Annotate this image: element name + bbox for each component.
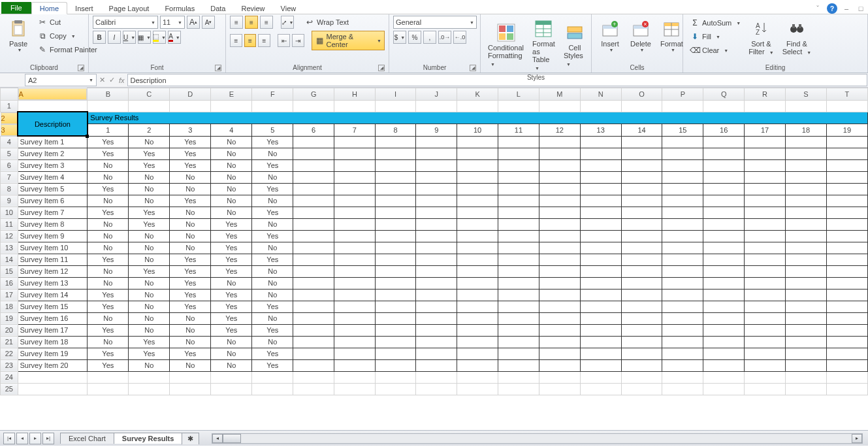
increase-decimal-button[interactable]: .0→ bbox=[438, 31, 451, 44]
cell-E20[interactable]: Yes bbox=[211, 324, 252, 336]
cell-D21[interactable]: No bbox=[170, 336, 211, 348]
underline-button[interactable]: U▼ bbox=[123, 31, 136, 44]
cell-Q24[interactable] bbox=[703, 371, 745, 383]
cell-B1[interactable] bbox=[88, 100, 129, 112]
cell-D18[interactable]: Yes bbox=[170, 301, 211, 312]
cell-K7[interactable] bbox=[457, 171, 498, 183]
cell-H11[interactable] bbox=[334, 218, 376, 230]
cell-L7[interactable] bbox=[498, 171, 539, 183]
cell-B18[interactable]: Yes bbox=[88, 301, 129, 312]
cell-A21[interactable]: Survey Item 18 bbox=[18, 336, 88, 348]
cell-A16[interactable]: Survey Item 13 bbox=[18, 277, 88, 289]
cell-H20[interactable] bbox=[334, 324, 376, 336]
cell-A7[interactable]: Survey Item 4 bbox=[18, 171, 88, 183]
cell-E17[interactable]: Yes bbox=[211, 289, 252, 301]
cell-E18[interactable]: Yes bbox=[211, 301, 252, 312]
row-header-18[interactable]: 18 bbox=[1, 301, 18, 312]
number-format-select[interactable]: General▼ bbox=[393, 16, 477, 29]
font-name-select[interactable]: Calibri▼ bbox=[93, 16, 158, 29]
cell-A2[interactable]: Description bbox=[18, 112, 88, 136]
cell-P21[interactable] bbox=[662, 336, 703, 348]
wrap-text-button[interactable]: ↩Wrap Text bbox=[302, 16, 351, 29]
cell-I15[interactable] bbox=[375, 265, 416, 277]
cell-G24[interactable] bbox=[293, 371, 334, 383]
menu-tab-page-layout[interactable]: Page Layout bbox=[101, 3, 157, 14]
cell-P11[interactable] bbox=[662, 218, 703, 230]
cell-T16[interactable] bbox=[826, 277, 867, 289]
cell-R11[interactable] bbox=[745, 218, 786, 230]
cell-F1[interactable] bbox=[252, 100, 293, 112]
cell-T20[interactable] bbox=[826, 324, 867, 336]
cell-T4[interactable] bbox=[826, 136, 867, 148]
cell-M5[interactable] bbox=[539, 148, 580, 159]
cell-R19[interactable] bbox=[745, 312, 786, 324]
cell-G5[interactable] bbox=[293, 148, 334, 159]
cell-T7[interactable] bbox=[826, 171, 867, 183]
cell-E25[interactable] bbox=[211, 383, 252, 395]
cell-T13[interactable] bbox=[826, 242, 867, 254]
cell-styles-button[interactable]: CellStyles ▼ bbox=[560, 20, 589, 69]
cell-K3[interactable]: 10 bbox=[457, 124, 498, 137]
col-header-F[interactable]: F bbox=[252, 88, 293, 101]
cell-L20[interactable] bbox=[498, 324, 539, 336]
cell-F4[interactable]: Yes bbox=[252, 136, 293, 148]
cell-O14[interactable] bbox=[621, 254, 662, 265]
cell-E13[interactable]: Yes bbox=[211, 242, 252, 254]
cell-F24[interactable] bbox=[252, 371, 293, 383]
cell-C19[interactable]: No bbox=[129, 312, 170, 324]
cell-S23[interactable] bbox=[786, 359, 827, 371]
align-top-button[interactable]: ≡ bbox=[230, 16, 243, 29]
cell-K20[interactable] bbox=[457, 324, 498, 336]
cell-Q5[interactable] bbox=[703, 148, 745, 159]
decrease-decimal-button[interactable]: ←.0 bbox=[453, 31, 466, 44]
cell-S15[interactable] bbox=[786, 265, 827, 277]
cell-B6[interactable]: No bbox=[88, 159, 129, 171]
col-header-P[interactable]: P bbox=[662, 88, 703, 101]
cell-K14[interactable] bbox=[457, 254, 498, 265]
cell-G4[interactable] bbox=[293, 136, 334, 148]
cell-Q21[interactable] bbox=[703, 336, 745, 348]
sheet-tab-1[interactable]: Survey Results bbox=[114, 433, 182, 444]
comma-button[interactable]: , bbox=[423, 31, 436, 44]
cell-E3[interactable]: 4 bbox=[211, 124, 252, 137]
cell-L22[interactable] bbox=[498, 348, 539, 359]
cell-F20[interactable]: Yes bbox=[252, 324, 293, 336]
cell-H22[interactable] bbox=[334, 348, 376, 359]
cell-D1[interactable] bbox=[170, 100, 211, 112]
cell-L9[interactable] bbox=[498, 195, 539, 207]
cell-N12[interactable] bbox=[580, 230, 621, 242]
clear-button[interactable]: ⌫Clear▼ bbox=[687, 44, 743, 57]
cell-J4[interactable] bbox=[416, 136, 457, 148]
cell-J23[interactable] bbox=[416, 359, 457, 371]
cell-K17[interactable] bbox=[457, 289, 498, 301]
cell-G14[interactable] bbox=[293, 254, 334, 265]
cell-I7[interactable] bbox=[375, 171, 416, 183]
cell-S8[interactable] bbox=[786, 183, 827, 195]
cell-Q17[interactable] bbox=[703, 289, 745, 301]
cell-F6[interactable]: Yes bbox=[252, 159, 293, 171]
cell-N11[interactable] bbox=[580, 218, 621, 230]
cell-I9[interactable] bbox=[375, 195, 416, 207]
cell-K4[interactable] bbox=[457, 136, 498, 148]
cell-A13[interactable]: Survey Item 10 bbox=[18, 242, 88, 254]
cell-G7[interactable] bbox=[293, 171, 334, 183]
cell-H8[interactable] bbox=[334, 183, 376, 195]
cell-N8[interactable] bbox=[580, 183, 621, 195]
cell-L15[interactable] bbox=[498, 265, 539, 277]
cell-F22[interactable]: Yes bbox=[252, 348, 293, 359]
cell-F19[interactable]: No bbox=[252, 312, 293, 324]
cell-N5[interactable] bbox=[580, 148, 621, 159]
cell-B24[interactable] bbox=[88, 371, 129, 383]
cell-N24[interactable] bbox=[580, 371, 621, 383]
cell-N23[interactable] bbox=[580, 359, 621, 371]
cell-D5[interactable]: Yes bbox=[170, 148, 211, 159]
cell-T8[interactable] bbox=[826, 183, 867, 195]
cell-E7[interactable]: No bbox=[211, 171, 252, 183]
cell-P4[interactable] bbox=[662, 136, 703, 148]
cell-Q23[interactable] bbox=[703, 359, 745, 371]
decrease-indent-button[interactable]: ⇤ bbox=[278, 34, 290, 47]
cell-M25[interactable] bbox=[539, 383, 580, 395]
cell-O10[interactable] bbox=[621, 207, 662, 218]
sheet-nav-next[interactable]: ▸ bbox=[29, 433, 41, 444]
cell-G1[interactable] bbox=[293, 100, 334, 112]
